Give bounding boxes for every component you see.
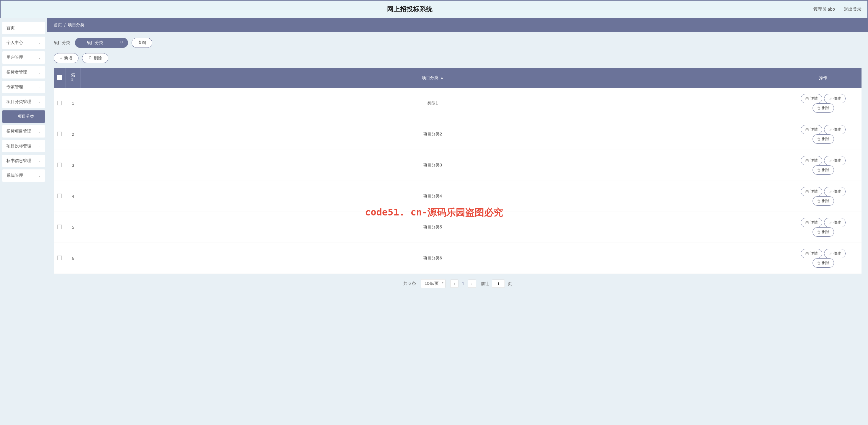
cell-index: 2 [66,119,81,150]
sidebar-item-8[interactable]: 项目投标管理⌄ [2,140,45,152]
table-row: 4项目分类4详情修改删除 [54,181,862,212]
row-checkbox[interactable] [57,101,62,105]
svg-rect-2 [806,97,808,100]
row-delete-button[interactable]: 删除 [812,134,834,144]
search-icon [120,40,124,45]
filter-label: 项目分类 [54,40,70,45]
detail-button[interactable]: 详情 [801,156,822,165]
sidebar-item-0[interactable]: 首页 [2,22,45,34]
svg-rect-8 [806,159,808,162]
current-page[interactable]: 1 [459,281,467,286]
app-title: 网上招投标系统 [6,5,813,13]
row-checkbox[interactable] [57,132,62,136]
sidebar-item-5[interactable]: 项目分类管理⌄ [2,96,45,108]
delete-button[interactable]: 删除 [82,53,108,63]
pagination: 共 6 条 10条/页 ‹ 1 › 前往 页 [47,274,868,293]
edit-button[interactable]: 修改 [824,94,845,103]
table-row: 2项目分类2详情修改删除 [54,119,862,150]
breadcrumb: 首页 / 项目分类 [47,18,868,32]
detail-button[interactable]: 详情 [801,249,822,258]
table-container: 索引 项目分类 ◆ 操作 1类型1详情修改删除2项目分类2详情修改删除3项目分类… [47,68,868,274]
chevron-down-icon: ⌄ [38,70,41,74]
search-input[interactable]: 项目分类 [75,38,128,48]
edit-button[interactable]: 修改 [824,249,845,258]
sidebar-item-2[interactable]: 用户管理⌄ [2,51,45,64]
header-user-area: 管理员 abo 退出登录 [813,6,862,12]
cell-category: 类型1 [81,88,785,119]
row-checkbox[interactable] [57,193,62,198]
detail-button[interactable]: 详情 [801,94,822,103]
header-category[interactable]: 项目分类 ◆ [81,68,785,88]
cell-category: 项目分类6 [81,243,785,274]
sidebar-item-9[interactable]: 标书信息管理⌄ [2,155,45,167]
table-row: 1类型1详情修改删除 [54,88,862,119]
svg-line-1 [122,43,123,44]
prev-page-button[interactable]: ‹ [450,279,459,288]
sidebar-item-label: 招标者管理 [6,70,27,75]
sidebar-item-4[interactable]: 专家管理⌄ [2,81,45,93]
user-label[interactable]: 管理员 abo [813,6,835,12]
sidebar-item-label: 标书信息管理 [6,158,31,163]
plus-icon: + [60,56,62,61]
chevron-down-icon: ⌄ [38,85,41,89]
chevron-down-icon: ⌄ [38,174,41,178]
row-delete-button[interactable]: 删除 [812,227,834,237]
cell-category: 项目分类3 [81,150,785,181]
goto-page-input[interactable] [492,279,505,288]
cell-actions: 详情修改删除 [785,119,862,150]
detail-button[interactable]: 详情 [801,125,822,134]
chevron-down-icon: ⌄ [38,159,41,163]
row-checkbox[interactable] [57,163,62,168]
cell-index: 6 [66,243,81,274]
sidebar-item-7[interactable]: 招标项目管理⌄ [2,125,45,138]
breadcrumb-current: 项目分类 [68,23,84,28]
pagination-total: 共 6 条 [403,281,416,286]
trash-icon [88,56,92,61]
row-delete-button[interactable]: 删除 [812,258,834,268]
chevron-down-icon: ⌄ [38,144,41,148]
filter-toolbar: 项目分类 项目分类 查询 [47,32,868,51]
edit-button[interactable]: 修改 [824,125,845,134]
sidebar-item-3[interactable]: 招标者管理⌄ [2,66,45,79]
chevron-down-icon: ⌄ [38,41,41,45]
action-bar: + 新增 删除 [47,51,868,68]
cell-index: 5 [66,212,81,243]
breadcrumb-home[interactable]: 首页 [54,23,62,28]
sidebar-item-1[interactable]: 个人中心⌄ [2,37,45,49]
svg-rect-5 [806,128,808,131]
edit-button[interactable]: 修改 [824,187,845,196]
search-placeholder: 项目分类 [87,40,103,45]
sidebar-item-label: 系统管理 [6,173,23,178]
breadcrumb-sep: / [64,23,65,27]
add-button[interactable]: + 新增 [54,53,79,63]
edit-button[interactable]: 修改 [824,156,845,165]
select-all-checkbox[interactable] [57,75,62,80]
chevron-down-icon: ⌄ [38,129,41,133]
svg-rect-14 [806,221,808,224]
cell-actions: 详情修改删除 [785,181,862,212]
svg-rect-17 [806,252,808,255]
cell-index: 1 [66,88,81,119]
sidebar-item-6[interactable]: 项目分类 [2,111,45,123]
cell-category: 项目分类4 [81,181,785,212]
cell-actions: 详情修改删除 [785,212,862,243]
sidebar-item-label: 专家管理 [6,84,23,90]
sidebar-item-10[interactable]: 系统管理⌄ [2,170,45,182]
detail-button[interactable]: 详情 [801,187,822,196]
row-delete-button[interactable]: 删除 [812,165,834,175]
row-delete-button[interactable]: 删除 [812,196,834,206]
query-button[interactable]: 查询 [132,38,152,48]
row-checkbox[interactable] [57,224,62,229]
logout-link[interactable]: 退出登录 [844,6,862,12]
row-delete-button[interactable]: 删除 [812,103,834,113]
row-checkbox[interactable] [57,255,62,260]
edit-button[interactable]: 修改 [824,218,845,227]
cell-category: 项目分类2 [81,119,785,150]
cell-actions: 详情修改删除 [785,88,862,119]
detail-button[interactable]: 详情 [801,218,822,227]
next-page-button[interactable]: › [468,279,476,288]
cell-actions: 详情修改删除 [785,243,862,274]
main-content: 首页 / 项目分类 项目分类 项目分类 查询 + 新增 [47,18,868,425]
sidebar-item-label: 项目分类管理 [6,99,31,104]
page-size-select[interactable]: 10条/页 [421,279,445,288]
